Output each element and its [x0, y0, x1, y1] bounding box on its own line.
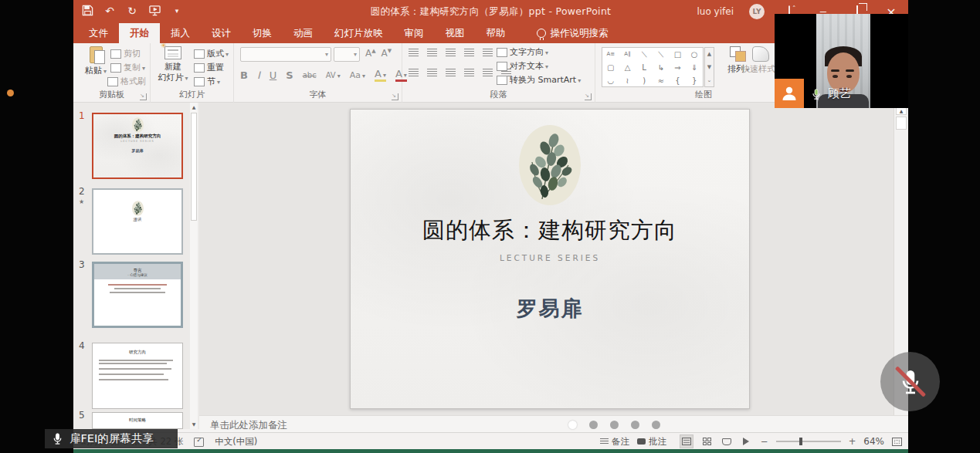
paste-button[interactable]: 粘贴 [78, 46, 114, 76]
slide-thumbnail-2[interactable]: 漫谈 [92, 188, 183, 255]
comments-toggle-button[interactable]: 批注 [637, 436, 666, 448]
notes-pane[interactable]: 单击此处添加备注 [199, 415, 908, 432]
slide-thumbnail-5[interactable]: 时间策略 [92, 412, 183, 429]
line-spacing-icon[interactable] [483, 49, 493, 57]
zoom-in-button[interactable]: + [849, 436, 856, 447]
thumbnail-scrollbar[interactable]: ▲ ▼ [190, 103, 198, 429]
align-left-icon[interactable] [409, 69, 419, 77]
tab-animations[interactable]: 动画 [283, 23, 324, 43]
bold-button[interactable]: B [240, 69, 248, 81]
format-painter-button[interactable]: 格式刷 [107, 76, 146, 87]
arrow-line-icon[interactable]: ⟍ [653, 48, 670, 61]
decrease-indent-icon[interactable] [446, 49, 456, 57]
zoom-slider-thumb[interactable] [799, 438, 802, 445]
tab-transitions[interactable]: 切换 [242, 23, 283, 43]
font-name-select[interactable] [240, 47, 331, 62]
elbow-icon[interactable]: L [636, 61, 653, 74]
arrow-right-icon[interactable]: ⇒ [670, 61, 687, 74]
oval-icon[interactable]: ○ [686, 48, 703, 61]
shape-gallery-scroll[interactable]: ▲▼⌄ [704, 47, 714, 87]
elbow-arrow-icon[interactable]: ↳ [653, 61, 670, 74]
underline-button[interactable]: U [270, 69, 277, 81]
paragraph-dialog-launcher[interactable]: ↘ [585, 93, 592, 100]
align-right-icon[interactable] [446, 69, 456, 77]
tab-view[interactable]: 视图 [435, 23, 476, 43]
slide-sorter-view-button[interactable] [700, 435, 713, 448]
scribble-icon[interactable]: ≀ [619, 74, 636, 87]
zoom-out-button[interactable]: − [761, 436, 768, 447]
zoom-percentage[interactable]: 64% [863, 436, 884, 447]
text-direction-button[interactable]: 文字方向 [497, 46, 548, 58]
arrow-down-icon[interactable]: ⇓ [686, 61, 703, 74]
distribute-icon[interactable] [483, 69, 493, 77]
numbered-list-icon[interactable] [427, 49, 437, 57]
slideshow-view-button[interactable] [741, 435, 753, 448]
tab-file[interactable]: 文件 [78, 23, 119, 43]
rectangle-icon[interactable]: □ [670, 48, 687, 61]
freeform-icon[interactable]: ◡ [602, 74, 619, 87]
highlight-color-button[interactable]: A [375, 68, 386, 82]
tell-me-search[interactable]: 操作说明搜索 [537, 23, 609, 43]
participant-video-tile[interactable]: 顾艺 [775, 14, 908, 108]
align-center-icon[interactable] [427, 69, 437, 77]
shape-gallery[interactable]: A≡ A∥ ⟍ ⟍ □ ○ ▢ △ L ↳ ⇒ ⇓ ◡ ≀ ) ≈ { [602, 47, 704, 87]
arc-icon[interactable]: ) [636, 74, 653, 87]
tab-slideshow[interactable]: 幻灯片放映 [324, 23, 394, 43]
right-brace-icon[interactable]: } [686, 74, 703, 87]
account-name[interactable]: luo yifei [697, 6, 734, 17]
rounded-rectangle-icon[interactable]: ▢ [602, 61, 619, 74]
account-avatar[interactable]: LY [749, 4, 765, 19]
thumbnail-scroll-thumb[interactable] [191, 113, 197, 221]
slide-canvas[interactable]: 圆的体系：建构研究方向 LECTURE SERIES 罗易扉 [350, 109, 750, 409]
tab-home[interactable]: 开始 [119, 23, 160, 43]
notes-toggle-button[interactable]: 备注 [600, 436, 629, 448]
line-icon[interactable]: ⟍ [636, 48, 653, 61]
shrink-font-button[interactable]: A▼ [381, 48, 392, 59]
tab-help[interactable]: 帮助 [476, 23, 517, 43]
slide-title[interactable]: 圆的体系：建构研究方向 [351, 215, 749, 246]
language-status[interactable]: 中文(中国) [215, 436, 257, 448]
vertical-textbox-icon[interactable]: A∥ [619, 48, 636, 61]
slide-subtitle[interactable]: LECTURE SERIES [351, 253, 749, 262]
slide-author[interactable]: 罗易扉 [351, 295, 749, 323]
section-button[interactable]: 节 [194, 76, 220, 87]
smartart-button[interactable]: 转换为 SmartArt [497, 74, 581, 86]
fit-slide-to-window-button[interactable] [892, 438, 902, 446]
font-size-select[interactable] [334, 47, 360, 62]
justify-icon[interactable] [464, 69, 474, 77]
slide-thumbnail-4[interactable]: 研究方向 [92, 343, 183, 409]
tab-design[interactable]: 设计 [201, 23, 242, 43]
thumbnail-scroll-down-icon[interactable]: ▼ [190, 420, 198, 429]
zoom-slider[interactable] [776, 441, 841, 442]
reset-button[interactable]: 重置 [194, 62, 224, 73]
cut-button[interactable]: 剪切 [110, 48, 141, 59]
character-spacing-button[interactable]: AV [326, 71, 341, 79]
participant-list-button[interactable] [775, 79, 804, 108]
align-text-button[interactable]: 对齐文本 [497, 60, 548, 72]
shadow-button[interactable]: S [286, 69, 293, 81]
strikethrough-button[interactable]: abc [303, 71, 317, 79]
grow-font-button[interactable]: A▲ [365, 48, 376, 59]
leaf-art-image[interactable] [519, 125, 581, 205]
font-dialog-launcher[interactable]: ↘ [392, 93, 398, 100]
editor-scroll-thumb[interactable] [896, 117, 907, 130]
italic-button[interactable]: I [257, 69, 260, 81]
clipboard-dialog-launcher[interactable]: ↘ [140, 93, 147, 100]
slide-thumbnail-1[interactable]: 圆的体系：建构研究方向 LECTURE SERIES 罗易扉 [92, 113, 183, 179]
new-slide-button[interactable]: 新建 幻灯片 [155, 46, 191, 83]
triangle-icon[interactable]: △ [619, 61, 636, 74]
tab-review[interactable]: 审阅 [394, 23, 435, 43]
textbox-icon[interactable]: A≡ [602, 48, 619, 61]
change-case-button[interactable]: Aa [350, 70, 365, 80]
increase-indent-icon[interactable] [464, 49, 474, 57]
normal-view-button[interactable] [680, 435, 693, 448]
spellcheck-icon[interactable] [194, 438, 204, 447]
reading-view-button[interactable] [721, 435, 733, 448]
tab-insert[interactable]: 插入 [160, 23, 201, 43]
bullet-list-icon[interactable] [409, 49, 419, 57]
mute-toggle-button[interactable] [880, 352, 940, 411]
left-brace-icon[interactable]: { [670, 74, 687, 87]
thumbnail-scroll-up-icon[interactable]: ▲ [190, 103, 198, 112]
layout-button[interactable]: 版式 [194, 48, 229, 59]
curve-icon[interactable]: ≈ [653, 74, 670, 87]
